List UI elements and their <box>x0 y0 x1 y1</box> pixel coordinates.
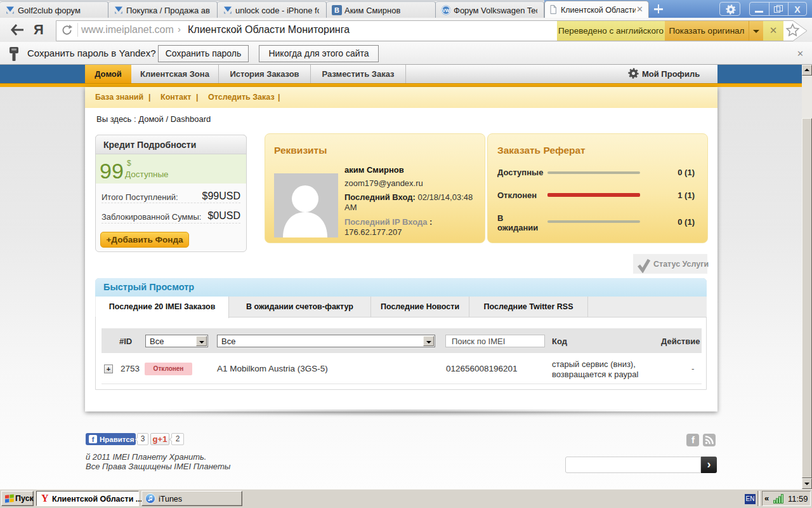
svg-text:VW: VW <box>442 8 450 13</box>
